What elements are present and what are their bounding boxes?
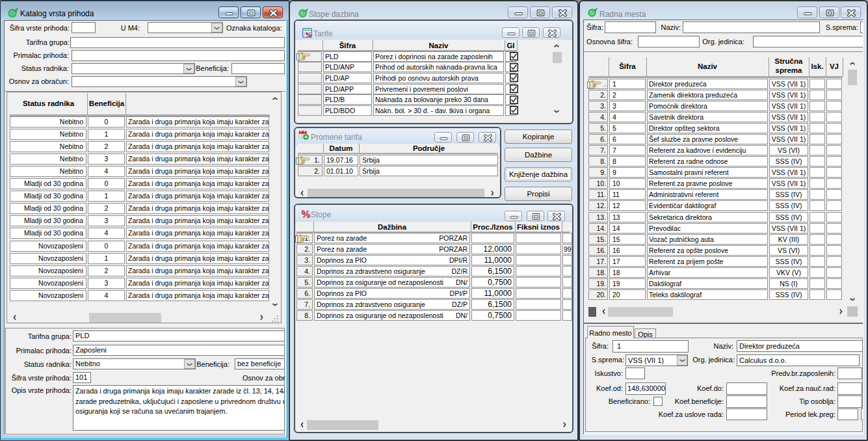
svg-text:%: % [305,31,312,38]
